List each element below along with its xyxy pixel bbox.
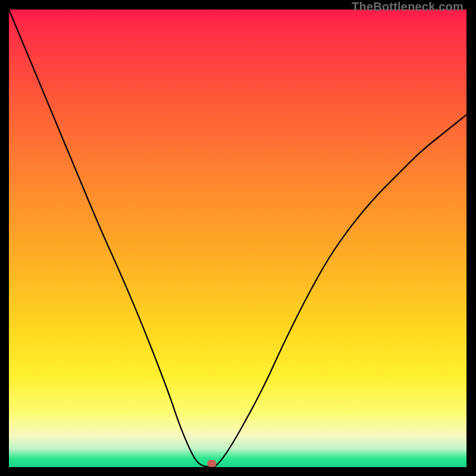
optimal-point-marker	[207, 460, 216, 467]
chart-container: TheBottleneck.com	[0, 0, 476, 476]
bottleneck-curve	[9, 10, 466, 467]
curve-layer	[9, 10, 466, 467]
chart-frame: TheBottleneck.com	[0, 0, 476, 476]
watermark-text: TheBottleneck.com	[352, 0, 464, 14]
